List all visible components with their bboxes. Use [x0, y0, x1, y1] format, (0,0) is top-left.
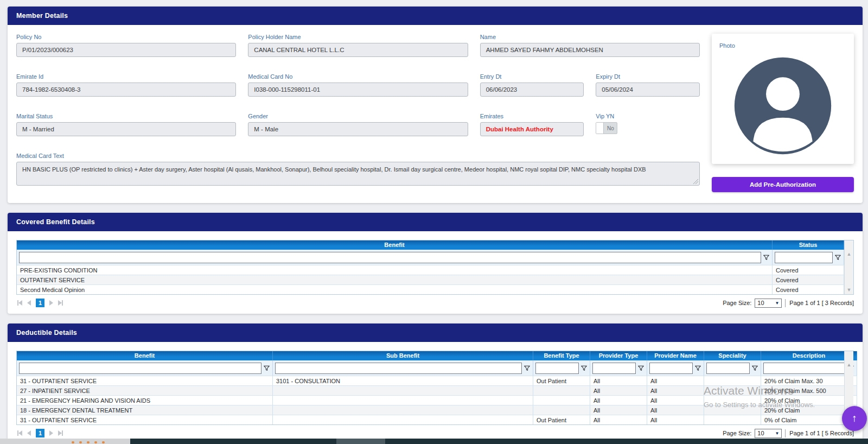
scroll-up-icon[interactable]: ▲ [847, 362, 852, 367]
policy-no-input[interactable]: P/01/2023/000623 [16, 43, 236, 57]
deductible-table: BenefitSub BenefitBenefit TypeProvider T… [16, 351, 854, 425]
column-filter-cell [761, 360, 857, 376]
field-expiry-dt: Expiry Dt 05/06/2024 [596, 73, 700, 97]
emirates-label: Emirates [480, 113, 584, 119]
next-page-button[interactable] [49, 300, 53, 306]
covered-benefit-pagination: 1 Page Size: 10 ▼ Page 1 of 1 [ 3 Record… [16, 297, 854, 308]
filter-funnel-icon[interactable] [263, 365, 270, 372]
table-cell [533, 395, 590, 405]
table-cell: 31 - OUTPATIENT SERVICE [17, 415, 273, 424]
column-header[interactable]: Speciality [704, 351, 761, 360]
entry-dt-input[interactable]: 06/06/2023 [480, 83, 584, 97]
page-summary: Page 1 of 1 [ 3 Records] [785, 299, 854, 307]
prev-page-button[interactable] [27, 430, 31, 436]
filter-funnel-icon[interactable] [694, 365, 701, 372]
page-size-select[interactable]: 10 ▼ [755, 429, 782, 438]
column-filter-cell [17, 250, 773, 265]
column-header[interactable]: Provider Type [590, 351, 647, 360]
table-cell [704, 376, 761, 385]
column-filter-input[interactable] [775, 252, 833, 263]
table-cell: All [590, 395, 647, 405]
covered-benefit-card: Covered Benefit Details BenefitStatusPRE… [8, 213, 863, 314]
last-page-button[interactable] [58, 430, 63, 436]
taskbar-dark-strip [130, 439, 868, 444]
table-vertical-scrollbar[interactable]: ▲▼ [844, 240, 853, 294]
covered-benefit-title: Covered Benefit Details [8, 213, 863, 231]
emirate-id-input[interactable]: 784-1982-6530408-3 [16, 83, 236, 97]
emirate-id-label: Emirate Id [16, 73, 236, 80]
first-page-button[interactable] [17, 300, 22, 306]
page-summary: Page 1 of 1 [ 5 Records] [785, 429, 854, 437]
next-page-button[interactable] [49, 430, 53, 436]
medical-card-text-label: Medical Card Text [16, 153, 700, 159]
column-header[interactable]: Status [773, 240, 844, 250]
current-page-button[interactable]: 1 [36, 429, 44, 437]
column-filter-input[interactable] [592, 363, 636, 374]
column-filter-cell [273, 360, 533, 376]
name-input[interactable]: AHMED SAYED FAHMY ABDELMOHSEN [480, 43, 700, 57]
table-cell: 20% of Claim Max. 30 [761, 376, 857, 385]
vip-yn-toggle[interactable]: No [596, 122, 617, 134]
textarea-resize-handle[interactable] [693, 179, 698, 184]
table-cell: 20% of Claim [761, 395, 857, 405]
expiry-dt-input[interactable]: 05/06/2024 [596, 83, 700, 97]
table-cell: All [647, 376, 704, 385]
table-cell: All [590, 415, 647, 424]
column-header[interactable]: Benefit [17, 240, 773, 250]
column-filter-cell [647, 360, 704, 376]
scroll-down-icon[interactable]: ▼ [847, 287, 852, 293]
column-header[interactable]: Description [761, 351, 857, 360]
medical-card-no-label: Medical Card No [248, 73, 468, 80]
column-filter-input[interactable] [763, 363, 846, 374]
page-size-select[interactable]: 10 ▼ [755, 299, 782, 308]
table-cell: All [647, 405, 704, 415]
filter-funnel-icon[interactable] [834, 254, 841, 261]
taskbar-scrollbar-thumb[interactable] [336, 439, 385, 444]
column-filter-input[interactable] [19, 252, 761, 263]
gender-input[interactable]: M - Male [248, 122, 468, 136]
filter-funnel-icon[interactable] [763, 254, 770, 261]
table-cell [704, 405, 761, 415]
marital-status-input[interactable]: M - Married [16, 122, 236, 136]
column-filter-input[interactable] [275, 363, 522, 374]
column-header[interactable]: Sub Benefit [273, 351, 533, 360]
back-to-top-button[interactable]: ↑ [842, 406, 867, 431]
table-cell: Second Medical Opinion [17, 284, 773, 294]
table-cell: PRE-EXISTING CONDITION [17, 265, 773, 275]
table-cell: All [590, 385, 647, 395]
medical-card-no-input[interactable]: I038-000-115298011-01 [248, 83, 468, 97]
filter-funnel-icon[interactable] [637, 365, 644, 372]
filter-funnel-icon[interactable] [580, 365, 588, 372]
current-page-button[interactable]: 1 [36, 299, 44, 307]
table-cell: All [590, 405, 647, 415]
add-pre-authorization-button[interactable]: Add Pre-Authorization [712, 177, 854, 192]
field-vip-yn: Vip YN No [596, 113, 700, 136]
photo-label: Photo [719, 42, 735, 49]
table-cell: Covered [773, 265, 844, 275]
avatar [733, 56, 832, 155]
prev-page-button[interactable] [27, 300, 31, 306]
column-filter-input[interactable] [706, 363, 750, 374]
scroll-up-icon[interactable]: ▲ [847, 251, 852, 257]
chevron-down-icon: ▼ [775, 301, 779, 306]
medical-card-text-textarea[interactable]: HN BASIC PLUS (OP restricted to clinics)… [16, 162, 700, 186]
table-cell: All [647, 395, 704, 405]
column-header[interactable]: Provider Name [647, 351, 704, 360]
table-cell: 21 - EMERGENCY HEARING AND VISION AIDS [17, 395, 273, 405]
filter-funnel-icon[interactable] [751, 365, 758, 372]
column-filter-input[interactable] [535, 363, 579, 374]
first-page-button[interactable] [17, 430, 22, 436]
column-filter-input[interactable] [649, 363, 693, 374]
table-cell [704, 415, 761, 424]
table-cell: 27 - INPATIENT SERVICE [17, 385, 273, 395]
column-filter-input[interactable] [19, 363, 261, 374]
last-page-button[interactable] [58, 300, 63, 306]
up-arrow-icon: ↑ [852, 413, 857, 424]
column-header[interactable]: Benefit Type [533, 351, 590, 360]
column-header[interactable]: Benefit [17, 351, 273, 360]
emirates-input[interactable]: Dubai Health Authority [480, 122, 584, 136]
page-size-label: Page Size: [723, 300, 751, 306]
table-cell [533, 385, 590, 395]
policy-holder-name-input[interactable]: CANAL CENTRAL HOTEL L.L.C [248, 43, 468, 57]
filter-funnel-icon[interactable] [524, 365, 531, 372]
